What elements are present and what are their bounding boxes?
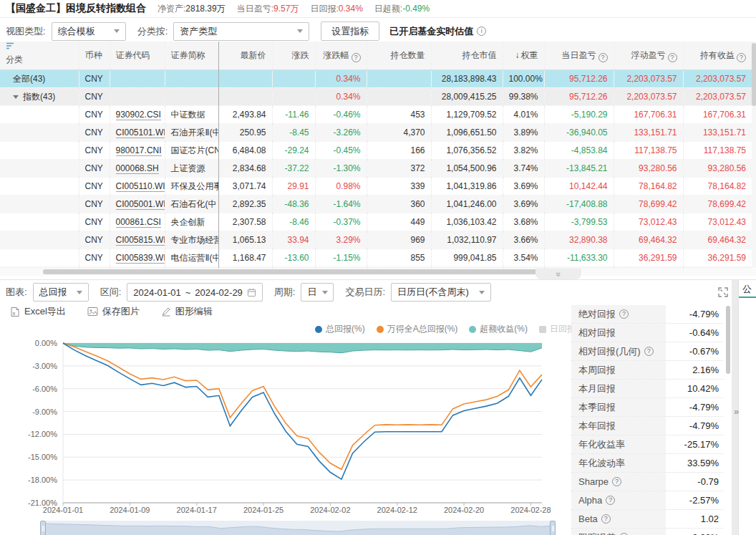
- stat-label: Alpha?: [571, 491, 666, 509]
- svg-text:2024-01-09: 2024-01-09: [110, 506, 150, 514]
- edit-chart-button[interactable]: 图形编辑: [161, 305, 213, 318]
- column-header-10[interactable]: ↓权重: [503, 42, 544, 70]
- table-row[interactable]: 指数(43)CNY0.34%28,009,415.2599.38%95,712.…: [0, 88, 752, 106]
- stat-label: 本周回报: [571, 361, 666, 379]
- column-header-9[interactable]: 持仓市值: [431, 42, 503, 70]
- date-range-picker[interactable]: 2024-01-01 ~ 2024-02-29: [127, 283, 263, 302]
- table-hscrollbar[interactable]: [0, 269, 756, 276]
- range-slider-handle-left[interactable]: [40, 521, 46, 535]
- column-header-4[interactable]: 证券简称: [165, 42, 218, 70]
- security-code-link[interactable]: CI005101.WI: [116, 127, 165, 138]
- table-row[interactable]: CNYCI005110.WI环保及公用事3,071.7429.910.98%33…: [0, 178, 752, 196]
- collapse-icon: »: [554, 271, 563, 276]
- collapse-group-icon[interactable]: [13, 95, 19, 99]
- help-icon[interactable]: ?: [737, 53, 746, 62]
- legend-item[interactable]: 万得全A总回报(%): [377, 323, 458, 335]
- period-select[interactable]: 日: [301, 283, 334, 302]
- security-code-link[interactable]: CI005110.WI: [116, 181, 165, 192]
- stat-value: -0.79: [666, 473, 723, 491]
- classify-select[interactable]: 资产类型: [173, 22, 309, 41]
- excel-file-icon: [10, 307, 20, 317]
- category-cell: [0, 231, 79, 249]
- table-row[interactable]: CNYCI005001.WI石油石化(中2,892.35-48.36-1.64%…: [0, 196, 752, 213]
- table-row[interactable]: CNY980017.CNI国证芯片(CN6,484.08-29.24-0.45%…: [0, 142, 752, 160]
- column-header-12[interactable]: 浮动盈亏?: [614, 42, 683, 70]
- frozen-pane-divider[interactable]: [218, 42, 219, 268]
- svg-text:2024-02-28: 2024-02-28: [510, 506, 551, 514]
- stat-value: -2.57%: [666, 491, 723, 509]
- column-header-3[interactable]: 证券代码: [110, 42, 165, 70]
- security-code-link[interactable]: 980017.CNI: [116, 145, 162, 156]
- column-header-7[interactable]: 涨跌幅?: [315, 42, 367, 70]
- legend-item[interactable]: 超额收益(%): [469, 323, 528, 335]
- help-icon[interactable]: ?: [601, 514, 611, 524]
- svg-text:2024-01-25: 2024-01-25: [243, 506, 284, 514]
- table-row[interactable]: CNYCI005839.WI电信运营Ⅱ(中1,168.47-13.60-1.15…: [0, 249, 752, 267]
- stats-scrollbar-thumb[interactable]: [726, 306, 730, 374]
- category-cell: [0, 213, 79, 231]
- column-header-11[interactable]: 当日盈亏?: [544, 42, 614, 70]
- table-scrollbar[interactable]: [752, 42, 756, 268]
- security-code-link[interactable]: CI005815.WI: [116, 235, 165, 246]
- help-icon[interactable]: ?: [668, 53, 677, 62]
- help-icon[interactable]: ?: [598, 53, 608, 62]
- table-row[interactable]: 全部(43)CNY0.34%28,183,898.43100.00%95,712…: [0, 70, 752, 88]
- help-icon[interactable]: ?: [619, 309, 629, 319]
- stat-row: 本月回报10.42%: [571, 380, 723, 398]
- day-return-label: 日回报:: [310, 3, 338, 15]
- table-row[interactable]: CNYCI005815.WI专业市场经营1,065.1333.943.29%96…: [0, 231, 752, 249]
- column-header-8[interactable]: 持仓数量: [367, 42, 431, 70]
- security-code-link[interactable]: 000068.SH: [116, 163, 159, 174]
- net-asset-value: 2818.39万: [185, 3, 225, 15]
- column-header-2[interactable]: 币种: [79, 42, 110, 70]
- column-header-13[interactable]: 持有收益?: [683, 42, 752, 70]
- trade-calendar-select[interactable]: 日历日(不含周末): [391, 283, 491, 302]
- svg-text:-12.00%: -12.00%: [28, 430, 57, 438]
- security-code-link[interactable]: CI005839.WI: [116, 253, 165, 264]
- table-scrollbar-thumb[interactable]: [752, 43, 756, 106]
- expand-panel-button[interactable]: »: [734, 406, 739, 417]
- portfolio-header: 【国盛金工】困境反转指数组合 净资产:2818.39万 当日盈亏:9.57万 日…: [6, 2, 430, 15]
- help-icon[interactable]: ?: [606, 496, 615, 505]
- stats-scrollbar[interactable]: [726, 306, 730, 521]
- legend-item[interactable]: 总回报(%): [315, 323, 365, 335]
- excel-export-button[interactable]: Excel导出: [10, 305, 66, 318]
- range-slider-handle-right[interactable]: [550, 521, 556, 535]
- chevron-down-icon: [114, 29, 120, 33]
- table-row[interactable]: CNY000861.CSI央企创新2,307.58-8.46-0.37%4491…: [0, 213, 752, 231]
- column-header-6[interactable]: 涨跌: [272, 42, 315, 70]
- side-tab-announcement[interactable]: 公: [742, 283, 752, 296]
- image-icon: [87, 307, 98, 317]
- help-icon[interactable]: ?: [612, 477, 621, 486]
- security-code-link[interactable]: 930902.CSI: [116, 110, 161, 120]
- collapse-table-button[interactable]: »: [536, 269, 581, 279]
- classify-label: 分类按:: [137, 25, 168, 38]
- table-hscrollbar-thumb[interactable]: [43, 269, 553, 274]
- stat-value: 33.59%: [666, 454, 723, 472]
- table-row[interactable]: CNY930902.CSI中证数据2,493.84-11.46-0.46%453…: [0, 106, 752, 124]
- view-type-select[interactable]: 综合模板: [52, 22, 126, 41]
- net-asset-stat: 净资产:2818.39万: [158, 3, 226, 15]
- column-header-1[interactable]: 分类: [0, 42, 79, 70]
- table-row[interactable]: CNY000068.SH上证资源2,834.68-37.22-1.30%3721…: [0, 160, 752, 178]
- range-start-date: 2024-01-01: [133, 287, 181, 298]
- svg-text:-6.00%: -6.00%: [32, 385, 57, 393]
- column-header-5[interactable]: 最新价: [218, 42, 272, 70]
- day-return-value: 0.34%: [339, 4, 363, 14]
- right-side-strip: [738, 280, 756, 535]
- set-indicator-button[interactable]: 设置指标: [321, 21, 379, 41]
- info-icon[interactable]: i: [477, 26, 486, 36]
- chevron-down-icon: [297, 29, 303, 33]
- fullscreen-button[interactable]: [716, 285, 730, 299]
- stat-row: 相对回报-0.64%: [571, 324, 723, 342]
- security-code-link[interactable]: CI005001.WI: [116, 199, 165, 210]
- range-slider-svg[interactable]: [43, 521, 553, 535]
- save-image-button[interactable]: 保存图片: [87, 305, 140, 318]
- table-row[interactable]: CNYCI005101.WI石油开采Ⅱ(中250.95-8.45-3.26%4,…: [0, 124, 752, 142]
- help-icon[interactable]: ?: [644, 347, 654, 356]
- security-code-link[interactable]: 000861.CSI: [116, 217, 161, 228]
- help-icon[interactable]: ?: [352, 53, 361, 62]
- stat-label: Sharpe?: [571, 473, 666, 491]
- chart-type-select[interactable]: 总回报: [33, 283, 89, 302]
- stat-row: 相对回报(几何)?-0.67%: [571, 342, 723, 361]
